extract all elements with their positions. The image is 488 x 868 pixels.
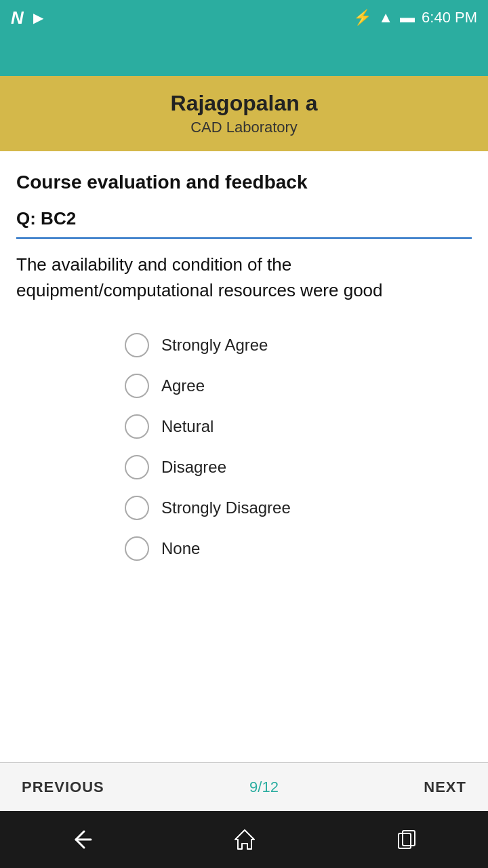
battery-icon: ▬: [400, 9, 415, 26]
youtube-icon: ▶: [33, 9, 43, 26]
radio-neutral[interactable]: [125, 414, 149, 439]
status-bar-right: ⚡ ▲ ▬ 6:40 PM: [353, 9, 477, 26]
option-label-neutral: Netural: [161, 417, 214, 436]
option-agree[interactable]: Agree: [125, 366, 472, 406]
home-button[interactable]: [232, 827, 257, 852]
radio-strongly-disagree[interactable]: [125, 496, 149, 520]
page-indicator: 9/12: [249, 778, 279, 796]
options-list: Strongly Agree Agree Netural Disagree St…: [16, 325, 472, 569]
previous-button[interactable]: PREVIOUS: [22, 778, 104, 796]
status-time: 6:40 PM: [422, 9, 477, 26]
status-bar-left: N ▶: [11, 7, 43, 28]
next-button[interactable]: NEXT: [424, 778, 466, 796]
radio-agree[interactable]: [125, 374, 149, 398]
option-strongly-agree[interactable]: Strongly Agree: [125, 325, 472, 366]
back-arrow-icon: [69, 827, 94, 852]
recents-button[interactable]: [396, 828, 419, 851]
n-icon: N: [11, 7, 24, 28]
question-text: The availability and condition of the eq…: [16, 252, 472, 303]
option-strongly-disagree[interactable]: Strongly Disagree: [125, 488, 472, 528]
teacher-name: Rajagopalan a: [14, 91, 474, 116]
course-name: CAD Laboratory: [14, 119, 474, 136]
option-label-agree: Agree: [161, 376, 205, 395]
bluetooth-icon: ⚡: [353, 9, 371, 26]
section-title: Course evaluation and feedback: [16, 172, 472, 193]
option-label-none: None: [161, 539, 200, 558]
android-nav-bar: [0, 811, 488, 868]
name-header: Rajagopalan a CAD Laboratory: [0, 76, 488, 151]
wifi-icon: ▲: [378, 9, 393, 26]
radio-strongly-agree[interactable]: [125, 333, 149, 357]
svg-marker-1: [235, 830, 254, 849]
home-icon: [232, 827, 257, 852]
recents-icon: [396, 828, 419, 851]
status-bar: N ▶ ⚡ ▲ ▬ 6:40 PM: [0, 0, 488, 35]
option-label-strongly-disagree: Strongly Disagree: [161, 498, 291, 517]
option-neutral[interactable]: Netural: [125, 406, 472, 447]
back-button[interactable]: [69, 827, 94, 852]
radio-disagree[interactable]: [125, 455, 149, 479]
bottom-nav: PREVIOUS 9/12 NEXT: [0, 762, 488, 811]
radio-none[interactable]: [125, 536, 149, 561]
question-label: Q: BC2: [16, 208, 472, 239]
option-label-disagree: Disagree: [161, 458, 226, 477]
option-label-strongly-agree: Strongly Agree: [161, 336, 268, 355]
option-none[interactable]: None: [125, 528, 472, 569]
teal-header-spacer: [0, 35, 488, 76]
main-content: Course evaluation and feedback Q: BC2 Th…: [0, 151, 488, 762]
option-disagree[interactable]: Disagree: [125, 447, 472, 488]
